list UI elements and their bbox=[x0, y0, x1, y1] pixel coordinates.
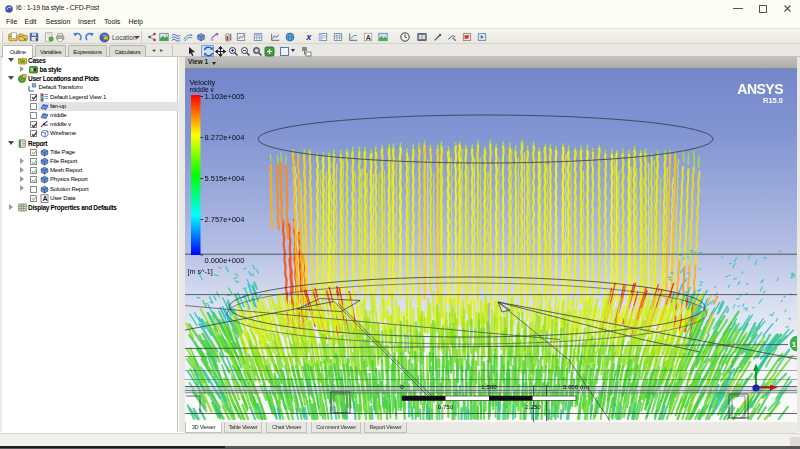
svg-text:3.000 (m): 3.000 (m) bbox=[563, 383, 589, 390]
svg-text:A: A bbox=[42, 195, 47, 202]
svg-text:1.500: 1.500 bbox=[481, 383, 497, 390]
svg-text:0.000e+000: 0.000e+000 bbox=[205, 256, 245, 265]
svg-text:0: 0 bbox=[400, 383, 404, 390]
svg-text:0.750: 0.750 bbox=[438, 403, 454, 410]
svg-text:2.250: 2.250 bbox=[525, 403, 541, 410]
svg-text:A: A bbox=[366, 34, 371, 42]
svg-text:2.757e+004: 2.757e+004 bbox=[205, 215, 245, 224]
svg-text:1.103e+005: 1.103e+005 bbox=[205, 92, 245, 101]
svg-text:5.515e+004: 5.515e+004 bbox=[205, 174, 245, 183]
svg-text:ANSYS: ANSYS bbox=[737, 81, 783, 97]
svg-text:x: x bbox=[305, 32, 312, 42]
svg-text:[m s^-1]: [m s^-1] bbox=[188, 267, 213, 276]
svg-text:middle v: middle v bbox=[190, 86, 215, 93]
svg-text:R15.0: R15.0 bbox=[763, 96, 783, 105]
svg-text:8.272e+004: 8.272e+004 bbox=[205, 133, 245, 142]
